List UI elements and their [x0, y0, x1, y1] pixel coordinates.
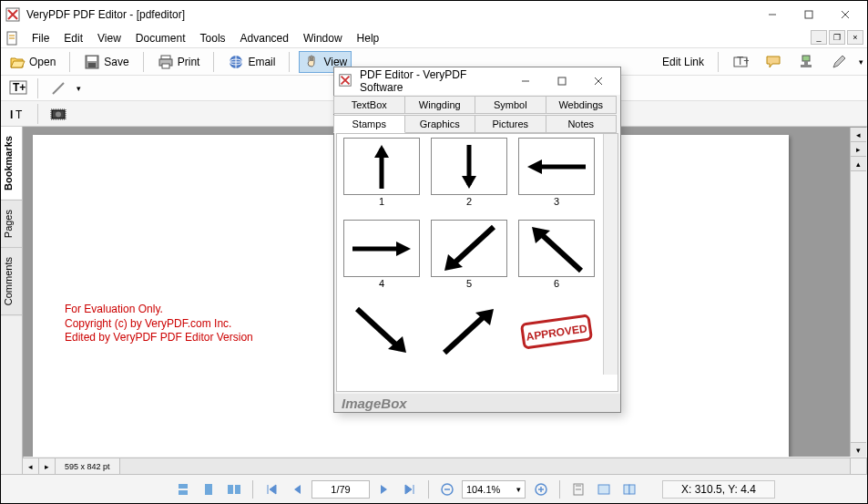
fit-page-button[interactable] — [567, 478, 589, 500]
menu-view[interactable]: View — [90, 30, 128, 46]
tab-webdings[interactable]: Webdings — [546, 96, 618, 114]
sb-single-page-icon[interactable] — [198, 478, 220, 500]
text-cursor-icon: IT — [9, 106, 26, 122]
side-panel-tabs: Bookmarks Pages Comments — [1, 127, 23, 474]
stamp-arrow-diag-ur[interactable] — [431, 302, 507, 360]
first-page-button[interactable] — [260, 478, 282, 500]
tab-textbox[interactable]: TextBox — [333, 96, 405, 114]
sidebar-tab-bookmarks[interactable]: Bookmarks — [1, 127, 22, 201]
svg-text:I: I — [10, 108, 13, 121]
svg-text:T: T — [15, 108, 23, 121]
zoom-out-button[interactable] — [436, 478, 458, 500]
email-button[interactable]: Email — [223, 51, 280, 73]
stamp-grid: 1 2 3 4 5 6 APPROVED — [337, 134, 618, 375]
scroll-down-icon[interactable]: ▾ — [851, 442, 866, 457]
hscroll-track[interactable] — [120, 458, 851, 474]
svg-line-47 — [537, 231, 581, 271]
popup-close-button[interactable] — [580, 67, 617, 95]
menu-edit[interactable]: Edit — [56, 30, 90, 46]
window-title: VeryPDF PDF Editor - [pdfeditor] — [26, 8, 754, 21]
tab-wingding[interactable]: Wingding — [404, 96, 476, 114]
popup-title: PDF Editor - VeryPDF Software — [360, 68, 507, 94]
sb-facing-icon[interactable] — [223, 478, 245, 500]
text-select-tool[interactable]: IT — [5, 103, 30, 125]
dropdown-arrow-icon[interactable]: ▾ — [859, 57, 863, 67]
hscroll-left-icon[interactable]: ◂ — [23, 458, 39, 474]
stamp-arrow-down[interactable] — [431, 138, 507, 195]
svg-rect-41 — [558, 77, 566, 85]
line-icon — [50, 80, 66, 97]
svg-line-49 — [444, 313, 488, 353]
stamp-arrow-diag-dr[interactable] — [343, 302, 420, 360]
stamp-arrow-left[interactable] — [518, 138, 595, 195]
tab-stamps[interactable]: Stamps — [333, 115, 405, 133]
comment-tool[interactable] — [761, 51, 786, 73]
menu-document[interactable]: Document — [128, 30, 193, 46]
mdi-minimize[interactable]: _ — [811, 30, 827, 45]
edit-link-button[interactable]: Edit Link — [658, 53, 709, 71]
open-button[interactable]: Open — [5, 51, 60, 73]
sb-continuous-icon[interactable] — [172, 478, 194, 500]
sidebar-tab-comments[interactable]: Comments — [1, 248, 22, 315]
tab-pictures[interactable]: Pictures — [475, 115, 546, 133]
popup-minimize-button[interactable] — [507, 67, 544, 95]
text-box-tool[interactable]: T+ — [728, 51, 753, 73]
vertical-scrollbar[interactable]: ◂ ▸ ▴ ▾ — [850, 128, 866, 457]
svg-line-19 — [53, 83, 64, 94]
minimize-button[interactable] — [754, 1, 791, 28]
menu-file[interactable]: File — [25, 30, 56, 46]
svg-rect-14 — [802, 56, 810, 61]
stamp-approved[interactable]: APPROVED — [518, 302, 595, 360]
scroll-right-icon[interactable]: ▸ — [851, 142, 866, 157]
menu-help[interactable]: Help — [350, 30, 387, 46]
tab-graphics[interactable]: Graphics — [404, 115, 476, 133]
close-button[interactable] — [827, 1, 863, 28]
scroll-up-icon[interactable]: ▴ — [851, 157, 866, 171]
scroll-left-icon[interactable]: ◂ — [851, 128, 866, 142]
stamp-icon — [798, 54, 814, 70]
main-title-bar: VeryPDF PDF Editor - [pdfeditor] — [1, 1, 867, 28]
next-page-button[interactable] — [373, 478, 395, 500]
print-button[interactable]: Print — [153, 51, 205, 73]
mdi-close[interactable]: × — [847, 30, 863, 45]
stamp-arrow-diag-dl[interactable] — [431, 220, 507, 277]
camera-icon — [50, 106, 66, 122]
sidebar-tab-pages[interactable]: Pages — [1, 201, 22, 248]
popup-scrollbar[interactable] — [603, 134, 618, 375]
tab-notes[interactable]: Notes — [546, 115, 618, 133]
fit-width-button[interactable] — [593, 478, 615, 500]
imagebox-popup: PDF Editor - VeryPDF Software TextBox Wi… — [333, 67, 621, 413]
svg-rect-27 — [205, 484, 212, 495]
tab-symbol[interactable]: Symbol — [475, 96, 546, 114]
menu-advanced[interactable]: Advanced — [233, 30, 296, 46]
stamp-arrow-diag-ul[interactable] — [518, 220, 595, 277]
comment-icon — [765, 54, 781, 70]
svg-text:T+: T+ — [13, 81, 26, 94]
stamp-arrow-right[interactable] — [343, 220, 420, 277]
pencil-tool[interactable] — [826, 51, 852, 73]
menu-tools[interactable]: Tools — [193, 30, 233, 46]
hscroll-right-icon[interactable]: ▸ — [39, 458, 56, 474]
menu-bar: File Edit View Document Tools Advanced W… — [1, 28, 867, 48]
stamp-arrow-up[interactable] — [343, 138, 420, 195]
svg-line-48 — [357, 309, 401, 349]
line-dropdown-icon[interactable]: ▾ — [77, 84, 81, 93]
popup-maximize-button[interactable] — [544, 67, 580, 95]
fit-visible-button[interactable] — [618, 478, 640, 500]
maximize-button[interactable] — [791, 1, 827, 28]
popup-title-bar[interactable]: PDF Editor - VeryPDF Software — [334, 67, 620, 95]
stamp-tool[interactable] — [793, 51, 819, 73]
last-page-button[interactable] — [399, 478, 421, 500]
zoom-dropdown-icon[interactable]: ▾ — [516, 485, 521, 494]
line-tool[interactable] — [46, 77, 71, 99]
popup-footer: ImageBox — [334, 394, 620, 412]
mdi-restore[interactable]: ❐ — [829, 30, 845, 45]
page-number-field[interactable] — [311, 480, 370, 499]
zoom-in-button[interactable] — [530, 478, 552, 500]
text-tool[interactable]: T+ — [5, 77, 30, 99]
save-button[interactable]: Save — [79, 51, 133, 73]
menu-window[interactable]: Window — [296, 30, 350, 46]
snapshot-tool[interactable] — [46, 103, 71, 125]
prev-page-button[interactable] — [286, 478, 308, 500]
svg-rect-38 — [629, 485, 635, 494]
